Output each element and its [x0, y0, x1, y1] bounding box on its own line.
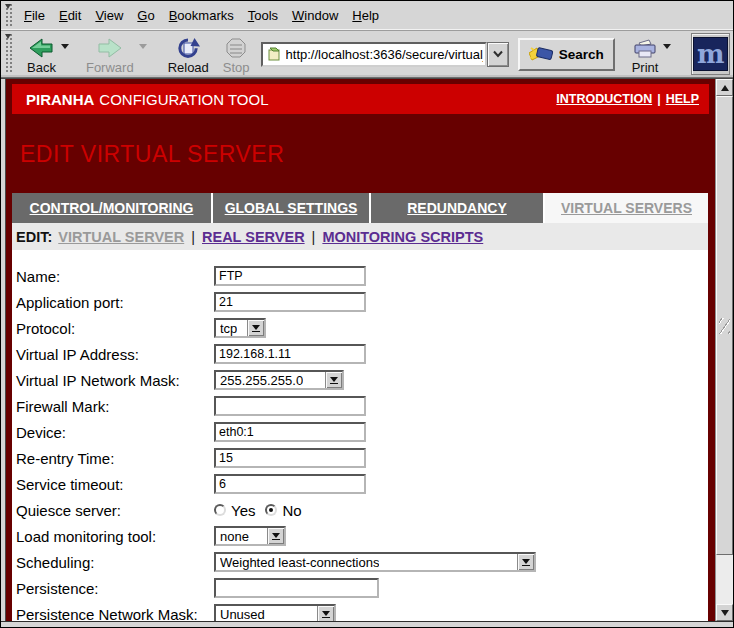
subnav-virtual-server[interactable]: VIRTUAL SERVER [58, 229, 184, 245]
mozilla-logo[interactable]: m [691, 33, 730, 75]
back-label: Back [27, 60, 56, 75]
back-dropdown-arrow[interactable] [61, 44, 69, 49]
menu-bookmarks[interactable]: Bookmarks [162, 6, 241, 25]
edit-subnav: EDIT:VIRTUAL SERVER|REAL SERVER|MONITORI… [12, 223, 708, 250]
device-input[interactable] [214, 422, 366, 442]
url-dropdown-button[interactable] [487, 42, 509, 67]
up-arrow-icon [721, 85, 729, 91]
virtual-ip-address-input[interactable] [214, 344, 366, 364]
toolbar-grippy-handle[interactable] [4, 34, 12, 74]
dropdown-arrow-icon [325, 372, 342, 388]
subnav-real-server[interactable]: REAL SERVER [202, 229, 305, 245]
help-link[interactable]: HELP [666, 92, 699, 106]
reload-button[interactable]: Reload [165, 32, 212, 76]
firewall-mark-input[interactable] [214, 396, 366, 416]
brand-bold: PIRANHA [26, 91, 94, 108]
menu-go[interactable]: Go [130, 6, 161, 25]
scrollbar-thumb[interactable] [716, 96, 733, 555]
forward-button: Forward [83, 32, 137, 76]
menu-edit[interactable]: Edit [52, 6, 88, 25]
link-separator: | [657, 92, 661, 106]
page-title: EDIT VIRTUAL SERVER [20, 141, 715, 168]
load-monitoring-tool-row: Load monitoring tool:none [12, 523, 708, 549]
subnav-monitoring-scripts[interactable]: MONITORING SCRIPTS [322, 229, 483, 245]
tab-control-monitoring[interactable]: CONTROL/MONITORING [12, 193, 211, 223]
tab-label: VIRTUAL SERVERS [561, 200, 692, 216]
scroll-up-button[interactable] [716, 79, 733, 96]
tab-label: CONTROL/MONITORING [30, 200, 194, 216]
stop-label: Stop [223, 60, 250, 75]
down-arrow-icon [721, 610, 729, 616]
quiesce-server-yes-radio[interactable] [214, 504, 226, 516]
url-input[interactable] [286, 47, 483, 62]
virtual-ip-network-mask-selected-value: 255.255.255.0 [220, 373, 303, 388]
virtual-ip-address-row: Virtual IP Address: [12, 341, 708, 367]
service-timeout-label: Service timeout: [16, 476, 214, 493]
tab-virtual-servers[interactable]: VIRTUAL SERVERS [545, 193, 708, 223]
load-monitoring-tool-label: Load monitoring tool: [16, 528, 214, 545]
menu-help[interactable]: Help [345, 6, 386, 25]
subnav-separator: | [305, 229, 323, 245]
persistence-network-mask-selected-value: Unused [220, 607, 265, 622]
name-label: Name: [16, 268, 214, 285]
application-port-row: Application port: [12, 289, 708, 315]
scroll-down-button[interactable] [716, 604, 733, 621]
introduction-link[interactable]: INTRODUCTION [556, 92, 652, 106]
dropdown-arrow-icon [517, 554, 534, 570]
print-button[interactable]: Print [629, 32, 662, 76]
forward-label: Forward [86, 60, 134, 75]
header-links: INTRODUCTION | HELP [556, 92, 699, 106]
dropdown-arrow-icon [247, 320, 264, 336]
menu-view[interactable]: View [88, 6, 130, 25]
name-input[interactable] [214, 266, 366, 286]
menu-file[interactable]: File [17, 6, 52, 25]
application-port-input[interactable] [214, 292, 366, 312]
menu-items: FileEditViewGoBookmarksToolsWindowHelp [17, 6, 386, 25]
window-bottom-edge [1, 621, 733, 627]
search-icon [529, 46, 554, 63]
back-icon [28, 36, 54, 60]
firewall-mark-row: Firewall Mark: [12, 393, 708, 419]
search-label: Search [559, 47, 604, 62]
piranha-header-band: PIRANHA CONFIGURATION TOOL INTRODUCTION … [12, 84, 709, 114]
stop-button: Stop [220, 32, 253, 76]
tab-global-settings[interactable]: GLOBAL SETTINGS [213, 193, 369, 223]
persistence-input[interactable] [214, 578, 379, 598]
back-button[interactable]: Back [24, 32, 59, 76]
quiesce-server-row: Quiesce server:YesNo [12, 497, 708, 523]
persistence-network-mask-select[interactable]: Unused [214, 604, 336, 621]
persistence-network-mask-row: Persistence Network Mask:Unused [12, 601, 708, 621]
name-row: Name: [12, 263, 708, 289]
menubar-grippy-handle[interactable] [4, 4, 13, 27]
load-monitoring-tool-select[interactable]: none [214, 526, 286, 546]
tab-label: GLOBAL SETTINGS [225, 200, 358, 216]
protocol-row: Protocol:tcp [12, 315, 708, 341]
protocol-select[interactable]: tcp [214, 318, 266, 338]
print-dropdown-arrow[interactable] [663, 44, 671, 49]
tab-redundancy[interactable]: REDUNDANCY [371, 193, 543, 223]
scheduling-select[interactable]: Weighted least-connections [214, 552, 536, 572]
scrollbar-track[interactable] [716, 555, 733, 604]
application-port-label: Application port: [16, 294, 214, 311]
url-field[interactable] [261, 42, 487, 67]
forward-dropdown-arrow [139, 44, 147, 49]
service-timeout-input[interactable] [214, 474, 366, 494]
quiesce-server-no-radio[interactable] [265, 504, 277, 516]
scheduling-label: Scheduling: [16, 554, 214, 571]
device-row: Device: [12, 419, 708, 445]
protocol-selected-value: tcp [220, 321, 237, 336]
virtual-ip-network-mask-select[interactable]: 255.255.255.0 [214, 370, 344, 390]
print-icon [632, 36, 658, 60]
quiesce-server-label: Quiesce server: [16, 502, 214, 519]
reload-icon [176, 36, 200, 60]
re-entry-time-input[interactable] [214, 448, 366, 468]
search-button[interactable]: Search [518, 38, 615, 71]
virtual-ip-network-mask-label: Virtual IP Network Mask: [16, 372, 214, 389]
location-bar [261, 42, 509, 67]
menu-tools[interactable]: Tools [241, 6, 285, 25]
load-monitoring-tool-selected-value: none [220, 529, 249, 544]
menu-window[interactable]: Window [285, 6, 345, 25]
mozilla-m-icon: m [693, 37, 728, 71]
dropdown-arrow-icon [317, 606, 334, 621]
piranha-page: PIRANHA CONFIGURATION TOOL INTRODUCTION … [1, 79, 715, 621]
